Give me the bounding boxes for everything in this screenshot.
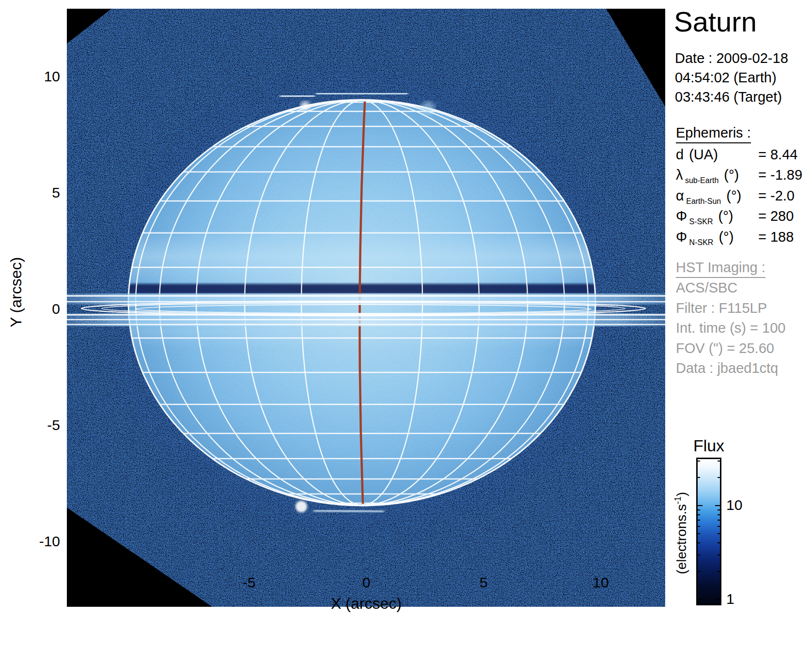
colorbar-tick-label: 10 (726, 498, 742, 512)
saturn-uv-image (67, 9, 665, 607)
hst-imaging-heading: HST Imaging : (676, 260, 765, 278)
colorbar-tick (718, 533, 720, 534)
colorbar-tick (718, 520, 720, 521)
north-aurora-streak-west (281, 96, 313, 96)
colorbar-tick (698, 520, 700, 521)
hst-info-row: Int. time (s) = 100 (676, 318, 785, 339)
hst-imaging-block: HST Imaging : ACS/SBCFilter : F115LPInt.… (676, 260, 785, 379)
x-axis-label: X (arcsec) (231, 595, 502, 613)
colorbar-tick (718, 526, 720, 527)
colorbar-tick (698, 514, 700, 515)
colorbar-tick (698, 526, 700, 527)
colorbar-tick (698, 599, 703, 600)
date-line: Date : 2009-02-18 (675, 51, 788, 65)
x-tick-label: -5 (220, 575, 278, 590)
ephemeris-row: α Earth-Sun (°)= -2.0 (676, 185, 812, 206)
colorbar-tick (698, 554, 700, 555)
y-tick-label: -10 (7, 534, 60, 549)
flux-colorbar (696, 458, 721, 605)
colorbar-tick (718, 542, 720, 543)
hst-info-row: FOV (") = 25.60 (676, 339, 785, 359)
page: { "title": "Saturn", "date_block": { "li… (0, 0, 812, 662)
colorbar-tick (698, 461, 700, 462)
colorbar-tick (718, 554, 720, 555)
time-earth-line: 04:54:02 (Earth) (675, 71, 777, 85)
figure-title: Saturn (674, 7, 757, 37)
colorbar-tick (715, 599, 720, 600)
hst-info-row: Filter : F115LP (676, 298, 785, 319)
colorbar-tick (698, 533, 700, 534)
ephemeris-row: Φ N-SKR (°)= 188 (676, 227, 812, 247)
colorbar-unit-label: (electrons.s-1) (673, 441, 689, 625)
x-tick-label: 10 (572, 575, 630, 590)
colorbar-tick (698, 509, 700, 510)
colorbar-tick (698, 542, 700, 543)
ephemeris-row: λ sub-Earth (°)= -1.89 (676, 165, 812, 186)
x-tick-label: -10 (103, 575, 161, 590)
x-tick-label: 5 (454, 575, 513, 590)
y-tick-label: 0 (7, 302, 60, 316)
ephemeris-row: Φ S-SKR (°)= 280 (676, 206, 812, 227)
colorbar-tick (718, 514, 720, 515)
ephemeris-heading: Ephemeris : (676, 125, 751, 143)
hst-info-row: ACS/SBC (676, 278, 785, 298)
x-tick-label: 0 (337, 575, 395, 590)
time-target-line: 03:43:46 (Target) (675, 90, 782, 104)
north-aurora-spot (300, 101, 310, 111)
north-aurora-streak-east (318, 93, 406, 94)
ring-shadow-band (115, 284, 619, 294)
colorbar-tick (718, 477, 720, 478)
colorbar-tick-label: 1 (726, 592, 734, 606)
colorbar-tick (718, 509, 720, 510)
saturn-image-canvas (67, 9, 665, 607)
ephemeris-table: d (UA)= 8.44λ sub-Earth (°)= -1.89α Eart… (676, 144, 812, 247)
colorbar-tick (718, 461, 720, 462)
colorbar-tick (718, 571, 720, 572)
y-tick-label: 5 (7, 185, 60, 200)
colorbar-tick (698, 477, 700, 478)
south-aurora-spot (296, 501, 307, 512)
ephemeris-row: d (UA)= 8.44 (676, 144, 812, 165)
colorbar-tick (698, 571, 700, 572)
y-tick-label: -5 (7, 418, 60, 432)
south-aurora-streak (315, 510, 383, 512)
colorbar-tick (715, 505, 720, 506)
y-tick-label: 10 (7, 69, 60, 84)
colorbar-tick (698, 505, 703, 506)
hst-info-row: Data : jbaed1ctq (676, 358, 785, 379)
